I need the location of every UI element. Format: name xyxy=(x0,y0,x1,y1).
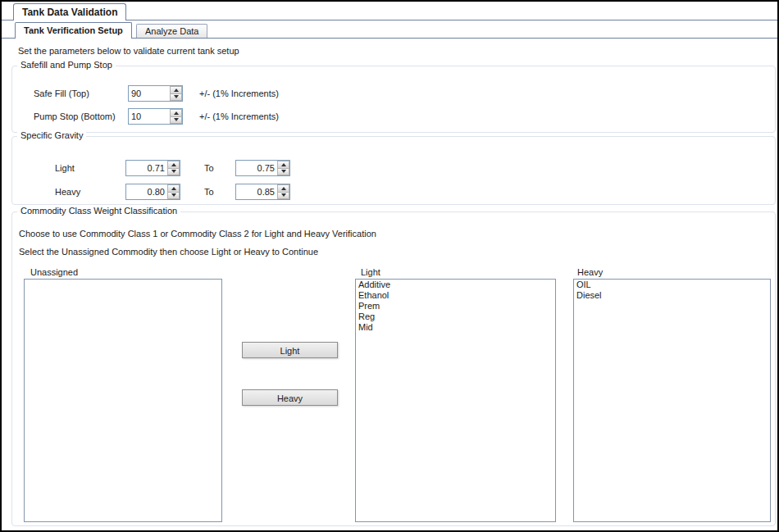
light-list-label: Light xyxy=(361,267,380,277)
gravity-light-to-input[interactable] xyxy=(236,161,277,175)
spinner-down-icon[interactable] xyxy=(167,192,180,200)
spinner-up-icon[interactable] xyxy=(277,161,289,168)
spinner-down-icon[interactable] xyxy=(170,116,182,125)
specific-gravity-group: Specific Gravity Light To Heavy To xyxy=(11,136,776,205)
assign-heavy-button[interactable]: Heavy xyxy=(242,389,338,406)
commodity-instruction-2: Select the Unassigned Commodity then cho… xyxy=(19,247,318,257)
spinner-up-icon[interactable] xyxy=(170,86,182,93)
spinner-up-icon[interactable] xyxy=(167,161,180,168)
unassigned-list-label: Unassigned xyxy=(30,267,78,277)
commodity-classification-group: Commodity Class Weight Classification Ch… xyxy=(11,211,776,526)
assign-light-button[interactable]: Light xyxy=(242,342,338,358)
gravity-heavy-to-spin-buttons xyxy=(277,184,289,199)
gravity-light-label: Light xyxy=(55,163,75,173)
gravity-heavy-from-spin-buttons xyxy=(167,184,180,199)
commodity-classification-group-title: Commodity Class Weight Classification xyxy=(17,206,180,216)
safe-fill-top-spinner[interactable] xyxy=(128,85,183,102)
intro-text: Set the parameters below to validate cur… xyxy=(18,46,239,56)
gravity-heavy-from-input[interactable] xyxy=(126,184,167,199)
pump-stop-bottom-input[interactable] xyxy=(129,109,170,124)
window-tab-tank-data-validation[interactable]: Tank Data Validation xyxy=(13,3,126,20)
specific-gravity-group-title: Specific Gravity xyxy=(17,130,86,140)
pump-stop-bottom-spinner[interactable] xyxy=(128,108,183,125)
gravity-light-to-spinner[interactable] xyxy=(235,160,290,176)
light-listbox[interactable]: AdditiveEthanolPremRegMid xyxy=(355,279,556,522)
spinner-down-icon[interactable] xyxy=(277,168,289,176)
list-item[interactable]: Ethanol xyxy=(356,290,555,301)
spinner-down-icon[interactable] xyxy=(167,168,180,176)
safefill-group-title: Safefill and Pump Stop xyxy=(17,60,116,70)
gravity-heavy-to-spinner[interactable] xyxy=(235,184,290,200)
safe-fill-top-label: Safe Fill (Top) xyxy=(34,89,89,98)
unassigned-listbox[interactable] xyxy=(24,279,222,522)
list-item[interactable]: Diesel xyxy=(574,290,770,301)
pump-stop-bottom-increments-text: +/- (1% Increments) xyxy=(199,111,279,121)
list-item[interactable]: Prem xyxy=(356,301,555,311)
spinner-up-icon[interactable] xyxy=(170,109,182,116)
safe-fill-top-increments-text: +/- (1% Increments) xyxy=(199,89,279,98)
spinner-up-icon[interactable] xyxy=(167,184,180,192)
tank-data-validation-window: Tank Data Validation Tank Verification S… xyxy=(0,0,779,532)
gravity-heavy-to-input[interactable] xyxy=(236,184,277,199)
list-item[interactable]: Additive xyxy=(356,280,555,290)
gravity-light-from-input[interactable] xyxy=(126,161,167,175)
tab-analyze-data[interactable]: Analyze Data xyxy=(136,24,207,38)
gravity-light-to-word: To xyxy=(204,163,214,173)
gravity-heavy-label: Heavy xyxy=(55,187,80,197)
heavy-list-label: Heavy xyxy=(577,267,603,277)
list-item[interactable]: Mid xyxy=(356,322,555,333)
pump-stop-bottom-label: Pump Stop (Bottom) xyxy=(34,111,116,121)
gravity-heavy-to-word: To xyxy=(204,187,214,197)
gravity-light-from-spin-buttons xyxy=(167,161,180,175)
tab-tank-verification-setup[interactable]: Tank Verification Setup xyxy=(15,22,132,39)
gravity-light-from-spinner[interactable] xyxy=(125,160,180,176)
spinner-up-icon[interactable] xyxy=(277,184,289,192)
commodity-instruction-1: Choose to use Commodity Class 1 or Commo… xyxy=(19,229,376,239)
spinner-down-icon[interactable] xyxy=(277,192,289,200)
pump-stop-bottom-spin-buttons xyxy=(170,109,182,124)
spinner-down-icon[interactable] xyxy=(170,93,182,102)
list-item[interactable]: Reg xyxy=(356,311,555,322)
safe-fill-top-spin-buttons xyxy=(170,86,182,101)
gravity-heavy-from-spinner[interactable] xyxy=(125,184,180,200)
heavy-listbox[interactable]: OILDiesel xyxy=(573,279,771,522)
gravity-light-to-spin-buttons xyxy=(277,161,289,175)
safe-fill-top-input[interactable] xyxy=(129,86,170,101)
list-item[interactable]: OIL xyxy=(574,280,770,290)
safefill-group: Safefill and Pump Stop Safe Fill (Top) +… xyxy=(11,66,776,133)
